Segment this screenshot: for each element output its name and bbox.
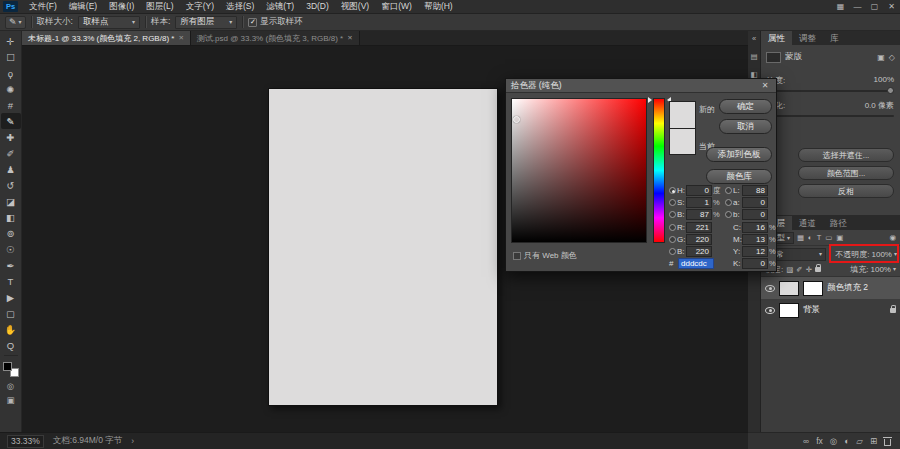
clone-stamp-tool[interactable]: ♟ <box>1 161 21 177</box>
lab-b-radio[interactable] <box>725 211 732 218</box>
menu-edit[interactable]: 编辑(E) <box>63 0 103 13</box>
select-and-mask-button[interactable]: 选择并遮住... <box>798 148 894 162</box>
move-tool[interactable]: ✛ <box>1 33 21 49</box>
minimize-button[interactable]: — <box>849 0 866 13</box>
shape-tool[interactable]: ▢ <box>1 305 21 321</box>
document-page[interactable] <box>268 88 498 406</box>
eraser-tool[interactable]: ◪ <box>1 193 21 209</box>
layer-effects-icon[interactable]: fx <box>816 436 823 446</box>
k-input[interactable]: 0 <box>742 258 768 269</box>
collapse-panels-icon[interactable]: « <box>752 34 756 43</box>
layer-name[interactable]: 背景 <box>803 304 820 316</box>
lab-b-input[interactable]: 0 <box>742 209 768 220</box>
filter-toggle-icon[interactable]: ◉ <box>889 233 896 242</box>
menu-type[interactable]: 文字(Y) <box>180 0 220 13</box>
current-color-swatch[interactable] <box>670 128 695 154</box>
new-layer-icon[interactable]: ⊞ <box>870 436 877 446</box>
tab-properties[interactable]: 属性 <box>761 31 792 45</box>
tab-channels[interactable]: 通道 <box>792 216 823 230</box>
type-tool[interactable]: T <box>1 273 21 289</box>
quick-mask-icon[interactable]: ◎ <box>7 381 14 391</box>
adjustment-layer-icon[interactable]: ◐ <box>844 436 849 446</box>
menu-select[interactable]: 选择(S) <box>220 0 260 13</box>
docked-panel-icon[interactable]: ▤ <box>750 52 757 61</box>
zoom-tool[interactable]: Q <box>1 337 21 353</box>
a-input[interactable]: 0 <box>742 197 768 208</box>
menu-view[interactable]: 视图(V) <box>335 0 375 13</box>
hue-slider-handle-left[interactable] <box>648 97 652 103</box>
b2-input[interactable]: 220 <box>686 246 712 257</box>
l-radio[interactable] <box>725 187 732 194</box>
s-radio[interactable] <box>669 199 676 206</box>
zoom-level[interactable]: 33.33% <box>7 435 44 448</box>
tab-libraries[interactable]: 库 <box>823 31 846 45</box>
lock-pixels-icon[interactable]: ✐ <box>796 265 802 274</box>
invert-button[interactable]: 反相 <box>798 184 894 198</box>
close-button[interactable]: ✕ <box>883 0 900 13</box>
vector-mask-icon[interactable]: ◇ <box>889 53 895 62</box>
layer-name[interactable]: 颜色填充 2 <box>827 282 868 294</box>
lock-position-icon[interactable]: ✛ <box>806 265 812 274</box>
document-tab-untitled[interactable]: 未标题-1 @ 33.3% (颜色填充 2, RGB/8) * ✕ <box>22 31 191 45</box>
spot-healing-tool[interactable]: ✚ <box>1 129 21 145</box>
filter-adjustment-layers-icon[interactable]: ◐ <box>808 233 813 242</box>
s-input[interactable]: 1 <box>686 197 712 208</box>
pen-tool[interactable]: ✒ <box>1 257 21 273</box>
hex-input[interactable]: dddcdc <box>678 258 714 269</box>
g-radio[interactable] <box>669 236 676 243</box>
ok-button[interactable]: 确定 <box>719 99 772 114</box>
menu-layer[interactable]: 图层(L) <box>140 0 179 13</box>
hue-slider[interactable] <box>653 98 665 243</box>
quick-selection-tool[interactable]: ✺ <box>1 81 21 97</box>
sample-size-select[interactable]: 取样点 ▾ <box>78 16 140 29</box>
tab-paths[interactable]: 路径 <box>823 216 854 230</box>
marquee-tool[interactable]: ☐ <box>1 49 21 65</box>
l-input[interactable]: 88 <box>742 185 768 196</box>
history-brush-tool[interactable]: ↺ <box>1 177 21 193</box>
layer-row-color-fill-2[interactable]: 颜色填充 2 <box>761 277 900 299</box>
filter-shape-layers-icon[interactable]: ▭ <box>825 233 832 242</box>
saturation-brightness-field[interactable] <box>511 98 647 243</box>
layer-mask-thumbnail[interactable] <box>803 281 823 296</box>
color-field-marker[interactable] <box>513 116 520 123</box>
density-value[interactable]: 100% <box>874 75 894 86</box>
g-input[interactable]: 220 <box>686 234 712 245</box>
b-radio[interactable] <box>669 211 676 218</box>
menu-window[interactable]: 窗口(W) <box>375 0 418 13</box>
density-slider-handle[interactable] <box>887 87 894 94</box>
status-popup-chevron-icon[interactable]: › <box>131 436 134 446</box>
lock-all-icon[interactable] <box>815 267 821 272</box>
tool-preset-picker[interactable]: ✎ ▾ <box>5 16 26 29</box>
foreground-color-swatch[interactable] <box>3 362 12 371</box>
eyedropper-tool[interactable]: ✎ <box>1 113 21 129</box>
fill-control[interactable]: 填充: 100% ▾ <box>850 264 896 275</box>
color-libraries-button[interactable]: 颜色库 <box>706 169 772 184</box>
show-sampling-ring-checkbox[interactable]: ✓ 显示取样环 <box>248 16 303 28</box>
dodge-tool[interactable]: ☉ <box>1 241 21 257</box>
fill-value[interactable]: 100% <box>871 265 891 274</box>
close-tab-icon[interactable]: ✕ <box>347 34 352 42</box>
web-colors-only-checkbox[interactable]: 只有 Web 颜色 <box>513 250 577 261</box>
r-input[interactable]: 221 <box>686 222 712 233</box>
lasso-tool[interactable]: ϙ <box>1 65 21 81</box>
brush-tool[interactable]: ✐ <box>1 145 21 161</box>
gradient-tool[interactable]: ◧ <box>1 209 21 225</box>
menu-filter[interactable]: 滤镜(T) <box>260 0 300 13</box>
maximize-button[interactable]: ▢ <box>866 0 883 13</box>
hand-tool[interactable]: ✋ <box>1 321 21 337</box>
m-input[interactable]: 13 <box>742 234 768 245</box>
workspace-icon[interactable]: ▦ <box>832 0 849 13</box>
a-radio[interactable] <box>725 199 732 206</box>
filter-type-layers-icon[interactable]: T <box>817 233 822 242</box>
pixel-mask-icon[interactable]: ▣ <box>877 53 885 62</box>
menu-help[interactable]: 帮助(H) <box>418 0 459 13</box>
layer-row-background[interactable]: 背景 <box>761 299 900 321</box>
document-tab-test[interactable]: 测试.psd @ 33.3% (颜色填充 3, RGB/8) * ✕ <box>191 31 360 45</box>
lock-transparency-icon[interactable]: ▨ <box>786 265 793 274</box>
new-group-icon[interactable]: ▱ <box>856 436 863 446</box>
filter-smart-object-icon[interactable]: ▣ <box>836 233 843 242</box>
link-layers-icon[interactable]: ∞ <box>803 436 809 446</box>
layer-thumbnail[interactable] <box>779 281 799 296</box>
menu-image[interactable]: 图像(I) <box>103 0 140 13</box>
add-to-swatches-button[interactable]: 添加到色板 <box>706 147 772 162</box>
